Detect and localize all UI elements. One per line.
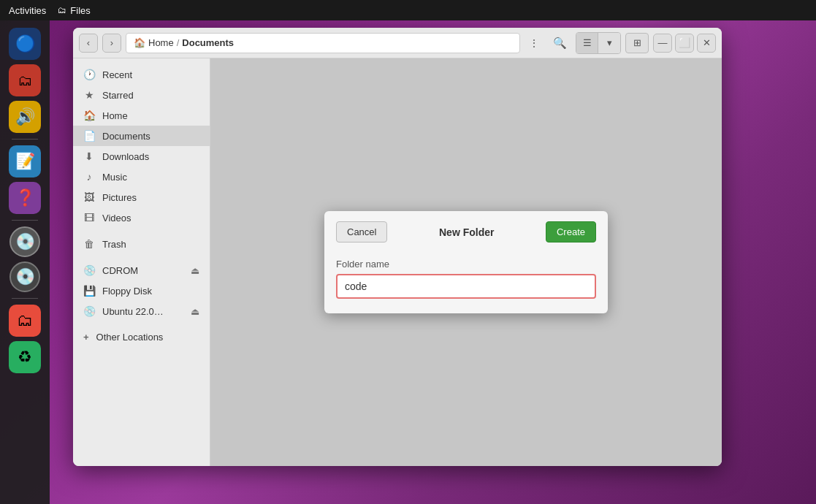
sidebar-item-trash[interactable]: 🗑 Trash xyxy=(73,234,210,254)
add-icon: + xyxy=(83,332,89,343)
recycle-icon: ♻ xyxy=(18,348,32,367)
sidebar-item-starred[interactable]: ★ Starred xyxy=(73,85,210,105)
maximize-icon: ⬜ xyxy=(679,37,690,48)
search-button[interactable]: 🔍 xyxy=(548,31,571,55)
sidebar-item-home-label: Home xyxy=(102,110,128,121)
sidebar-item-floppy[interactable]: 💾 Floppy Disk xyxy=(73,280,210,301)
dock-item-help[interactable]: ❓ xyxy=(9,182,41,214)
sidebar-divider xyxy=(73,228,210,234)
sidebar-item-recent-label: Recent xyxy=(102,69,132,80)
sidebar-item-cdrom-label: CDROM xyxy=(102,265,138,276)
view-dropdown-button[interactable]: ▾ xyxy=(598,33,620,53)
dock-item-writer[interactable]: 📝 xyxy=(9,145,41,177)
minimize-button[interactable]: — xyxy=(653,34,672,53)
cd-icon: 💿 xyxy=(15,232,35,251)
sidebar-item-music-label: Music xyxy=(102,172,127,183)
back-button[interactable]: ‹ xyxy=(79,34,98,53)
list-view-button[interactable]: ☰ xyxy=(576,33,598,53)
sidebar-item-videos[interactable]: 🎞 Videos xyxy=(73,207,210,228)
files-icon: 🗂 xyxy=(18,72,32,89)
sidebar-item-trash-label: Trash xyxy=(102,239,126,250)
grid-view-button[interactable]: ⊞ xyxy=(625,33,649,53)
rhythmbox-icon: 🔊 xyxy=(15,107,35,126)
dock-divider xyxy=(12,139,38,140)
dock-item-files[interactable]: 🗂 xyxy=(9,64,41,96)
sidebar-item-other-locations[interactable]: + Other Locations xyxy=(73,327,210,347)
top-bar: Activities 🗂 Files xyxy=(0,0,816,20)
dialog-overlay: Cancel New Folder Create Folder name xyxy=(210,58,722,466)
sidebar-item-starred-label: Starred xyxy=(102,90,134,101)
breadcrumb-separator: / xyxy=(177,37,180,48)
maximize-button[interactable]: ⬜ xyxy=(675,34,694,53)
sidebar-item-downloads-label: Downloads xyxy=(102,151,149,162)
sidebar-divider-3 xyxy=(73,321,210,327)
app-indicator: 🗂 Files xyxy=(58,5,90,16)
dock-item-dvd[interactable]: 💿 xyxy=(9,261,40,292)
trash-icon: 🗑 xyxy=(83,238,95,250)
home-nav-icon: 🏠 xyxy=(83,110,95,121)
sidebar-item-ubuntu[interactable]: 💿 Ubuntu 22.0… ⏏ xyxy=(73,301,210,321)
sidebar-divider-2 xyxy=(73,254,210,260)
create-button[interactable]: Create xyxy=(546,221,596,243)
recent-icon: 🕐 xyxy=(83,69,95,80)
forward-button[interactable]: › xyxy=(102,34,121,53)
dock: 🔵 🗂 🔊 📝 ❓ 💿 💿 🗂 ♻ xyxy=(0,20,50,504)
dock-item-cd[interactable]: 💿 xyxy=(9,226,40,257)
sidebar-item-home[interactable]: 🏠 Home xyxy=(73,105,210,126)
menu-button[interactable]: ⋮ xyxy=(525,34,544,53)
dock-divider-2 xyxy=(12,220,38,221)
writer-icon: 📝 xyxy=(15,152,35,171)
window-controls: — ⬜ ✕ xyxy=(653,34,716,53)
close-icon: ✕ xyxy=(703,37,711,48)
sidebar-item-cdrom[interactable]: 💿 CDROM ⏏ xyxy=(73,260,210,280)
ubuntu-icon: 💿 xyxy=(83,305,95,317)
menu-icon: ⋮ xyxy=(529,37,539,49)
dialog-title: New Folder xyxy=(439,226,494,238)
list-icon: ☰ xyxy=(583,37,592,48)
sidebar: 🕐 Recent ★ Starred 🏠 Home 📄 Documents ⬇ … xyxy=(73,58,210,466)
grid-icon: ⊞ xyxy=(633,37,641,48)
dock-item-recycle[interactable]: ♻ xyxy=(9,341,41,373)
pictures-icon: 🖼 xyxy=(83,191,95,203)
dock-item-rhythmbox[interactable]: 🔊 xyxy=(9,101,41,133)
titlebar: ‹ › 🏠 Home / Documents ⋮ 🔍 ☰ ▾ ⊞ xyxy=(73,28,722,58)
new-folder-dialog: Cancel New Folder Create Folder name xyxy=(324,211,608,313)
forward-icon: › xyxy=(110,37,113,48)
dock-item-filemanager[interactable]: 🗂 xyxy=(9,305,41,337)
sidebar-item-music[interactable]: ♪ Music xyxy=(73,167,210,187)
sidebar-item-other-label: Other Locations xyxy=(96,332,164,343)
close-button[interactable]: ✕ xyxy=(697,34,716,53)
sidebar-item-floppy-label: Floppy Disk xyxy=(102,286,152,297)
cancel-button[interactable]: Cancel xyxy=(336,221,387,243)
minimize-icon: — xyxy=(658,37,668,48)
sidebar-item-downloads[interactable]: ⬇ Downloads xyxy=(73,146,210,167)
breadcrumb-home: Home xyxy=(148,37,174,48)
ubuntu-eject-button[interactable]: ⏏ xyxy=(191,306,199,317)
thunderbird-icon: 🔵 xyxy=(15,34,35,53)
cdrom-icon: 💿 xyxy=(83,264,95,276)
documents-icon: 📄 xyxy=(83,130,95,142)
sidebar-item-recent[interactable]: 🕐 Recent xyxy=(73,64,210,85)
home-icon: 🏠 xyxy=(134,37,145,48)
back-icon: ‹ xyxy=(87,37,90,48)
sidebar-item-videos-label: Videos xyxy=(102,213,131,224)
sidebar-item-documents[interactable]: 📄 Documents xyxy=(73,126,210,146)
floppy-icon: 💾 xyxy=(83,285,95,297)
sidebar-item-documents-label: Documents xyxy=(102,131,150,142)
dock-item-thunderbird[interactable]: 🔵 xyxy=(9,28,41,60)
activities-button[interactable]: Activities xyxy=(9,5,46,16)
breadcrumb-current: Documents xyxy=(182,37,234,48)
file-manager-main: Folder is Empty Cancel New Folder Create… xyxy=(210,58,722,466)
dropdown-icon: ▾ xyxy=(607,37,612,48)
sidebar-item-pictures-label: Pictures xyxy=(102,192,137,203)
view-toggle-group: ☰ ▾ xyxy=(576,32,621,54)
app-name: Files xyxy=(70,5,90,16)
sidebar-item-pictures[interactable]: 🖼 Pictures xyxy=(73,187,210,207)
file-manager-content: 🕐 Recent ★ Starred 🏠 Home 📄 Documents ⬇ … xyxy=(73,58,722,466)
breadcrumb[interactable]: 🏠 Home / Documents xyxy=(126,33,520,53)
folder-name-input[interactable] xyxy=(336,274,596,299)
cdrom-eject-button[interactable]: ⏏ xyxy=(191,265,199,276)
folder-name-label: Folder name xyxy=(336,259,596,270)
videos-icon: 🎞 xyxy=(83,212,95,224)
filemanager-icon: 🗂 xyxy=(17,311,33,330)
